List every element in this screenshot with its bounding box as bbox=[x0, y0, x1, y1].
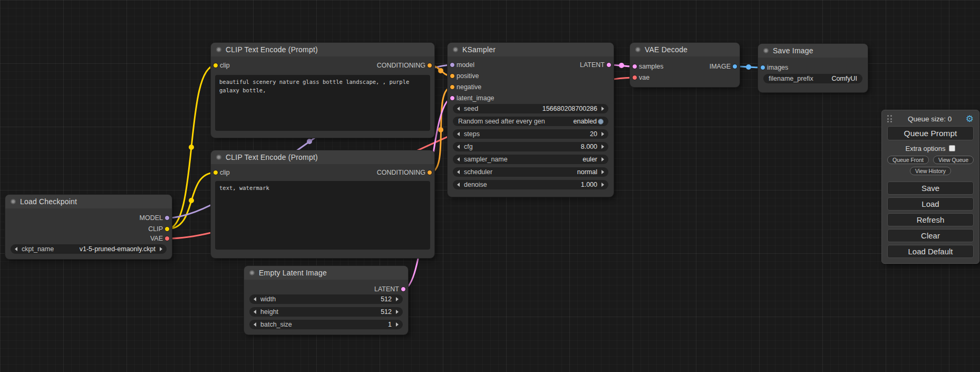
widget-label: Random seed after every gen bbox=[458, 118, 545, 125]
increment-arrow-icon[interactable] bbox=[396, 310, 399, 314]
node-title-bar[interactable]: CLIP Text Encode (Prompt) bbox=[211, 43, 434, 56]
clear-button[interactable]: Clear bbox=[887, 229, 974, 242]
load-default-button[interactable]: Load Default bbox=[887, 245, 974, 258]
link-dot-negative bbox=[438, 127, 443, 132]
random-seed-toggle-widget[interactable]: Random seed after every gen enabled bbox=[453, 117, 608, 126]
latent-output-port[interactable] bbox=[401, 287, 406, 292]
collapse-dot-icon[interactable] bbox=[11, 199, 16, 204]
settings-gear-icon[interactable]: ⚙ bbox=[966, 115, 974, 123]
image-output-port[interactable] bbox=[732, 64, 738, 69]
input-label: latent_image bbox=[457, 94, 494, 102]
collapse-dot-icon[interactable] bbox=[216, 155, 221, 160]
increment-arrow-icon[interactable] bbox=[601, 170, 604, 174]
increment-arrow-icon[interactable] bbox=[160, 247, 162, 251]
increment-arrow-icon[interactable] bbox=[601, 183, 604, 187]
extra-options-checkbox[interactable] bbox=[949, 145, 955, 151]
drag-handle-icon[interactable] bbox=[887, 115, 892, 122]
conditioning-output-port[interactable] bbox=[427, 170, 432, 175]
decrement-arrow-icon[interactable] bbox=[457, 107, 460, 111]
cfg-widget[interactable]: cfg 8.000 bbox=[453, 142, 608, 151]
increment-arrow-icon[interactable] bbox=[396, 297, 399, 301]
node-title-bar[interactable]: Save Image bbox=[758, 44, 868, 58]
conditioning-output-port[interactable] bbox=[427, 63, 432, 68]
node-clip-text-encode-negative[interactable]: CLIP Text Encode (Prompt) clip CONDITION… bbox=[211, 150, 434, 258]
input-label: model bbox=[457, 61, 474, 69]
decrement-arrow-icon[interactable] bbox=[457, 157, 460, 161]
queue-prompt-button[interactable]: Queue Prompt bbox=[887, 126, 974, 140]
node-title-bar[interactable]: Empty Latent Image bbox=[244, 266, 408, 280]
node-vae-decode[interactable]: VAE Decode samples IMAGE vae bbox=[630, 43, 740, 87]
height-widget[interactable]: height 512 bbox=[249, 307, 403, 317]
model-input-port[interactable] bbox=[450, 62, 455, 68]
node-title-bar[interactable]: Load Checkpoint bbox=[5, 195, 172, 208]
node-load-checkpoint[interactable]: Load Checkpoint MODEL CLIP VAE ckpt_name… bbox=[5, 195, 172, 259]
view-queue-button[interactable]: View Queue bbox=[933, 156, 974, 164]
decrement-arrow-icon[interactable] bbox=[254, 310, 256, 314]
negative-input-port[interactable] bbox=[450, 84, 455, 90]
prompt-textarea[interactable]: beautiful scenery nature glass bottle la… bbox=[215, 75, 430, 131]
positive-input-port[interactable] bbox=[450, 73, 455, 79]
collapse-dot-icon[interactable] bbox=[763, 48, 769, 53]
decrement-arrow-icon[interactable] bbox=[457, 145, 460, 149]
width-widget[interactable]: width 512 bbox=[249, 294, 403, 304]
decrement-arrow-icon[interactable] bbox=[254, 322, 256, 327]
prompt-textarea[interactable]: text, watermark bbox=[215, 181, 430, 250]
vae-input-port[interactable] bbox=[632, 75, 637, 80]
toggle-dot-icon[interactable] bbox=[598, 119, 604, 125]
images-input-port[interactable] bbox=[760, 65, 765, 70]
widget-label: batch_size bbox=[260, 321, 292, 328]
slot-row: samples IMAGE bbox=[630, 62, 740, 71]
sampler-name-widget[interactable]: sampler_name euler bbox=[453, 155, 608, 164]
graph-canvas[interactable]: { "colors": { "model": "#B39DDB", "clip"… bbox=[0, 0, 980, 372]
increment-arrow-icon[interactable] bbox=[396, 322, 399, 327]
latent-image-input-port[interactable] bbox=[450, 96, 455, 101]
node-title-bar[interactable]: CLIP Text Encode (Prompt) bbox=[211, 150, 434, 164]
widget-label: steps bbox=[464, 130, 480, 138]
node-title: Save Image bbox=[773, 46, 813, 55]
collapse-dot-icon[interactable] bbox=[216, 47, 221, 52]
clip-input-port[interactable] bbox=[213, 63, 218, 68]
node-title-bar[interactable]: VAE Decode bbox=[630, 43, 740, 56]
clip-output-port[interactable] bbox=[164, 226, 170, 232]
node-clip-text-encode-positive[interactable]: CLIP Text Encode (Prompt) clip CONDITION… bbox=[211, 43, 434, 138]
steps-widget[interactable]: steps 20 bbox=[453, 129, 608, 139]
node-ksampler[interactable]: KSampler model LATENT positive negative … bbox=[448, 43, 614, 197]
collapse-dot-icon[interactable] bbox=[453, 47, 458, 52]
decrement-arrow-icon[interactable] bbox=[457, 132, 460, 136]
batch-size-widget[interactable]: batch_size 1 bbox=[249, 320, 403, 329]
widget-value: euler bbox=[583, 156, 597, 163]
collapse-dot-icon[interactable] bbox=[635, 47, 641, 52]
latent-output-port[interactable] bbox=[606, 62, 612, 68]
save-button[interactable]: Save bbox=[887, 182, 974, 195]
node-save-image[interactable]: Save Image images filename_prefix ComfyU… bbox=[758, 44, 868, 92]
decrement-arrow-icon[interactable] bbox=[457, 183, 460, 187]
view-history-button[interactable]: View History bbox=[910, 167, 951, 175]
node-title-bar[interactable]: KSampler bbox=[448, 43, 614, 56]
widget-label: width bbox=[260, 295, 276, 303]
filename-prefix-widget[interactable]: filename_prefix ComfyUI bbox=[763, 74, 862, 83]
increment-arrow-icon[interactable] bbox=[601, 145, 604, 149]
queue-front-button[interactable]: Queue Front bbox=[887, 156, 929, 164]
increment-arrow-icon[interactable] bbox=[601, 107, 604, 111]
seed-widget[interactable]: seed 156680208700286 bbox=[453, 104, 608, 113]
node-empty-latent-image[interactable]: Empty Latent Image LATENT width 512 heig… bbox=[244, 266, 408, 335]
denoise-widget[interactable]: denoise 1.000 bbox=[453, 180, 608, 189]
decrement-arrow-icon[interactable] bbox=[15, 247, 17, 251]
load-button[interactable]: Load bbox=[887, 197, 974, 211]
decrement-arrow-icon[interactable] bbox=[254, 297, 256, 301]
widget-value: 156680208700286 bbox=[542, 105, 597, 112]
scheduler-widget[interactable]: scheduler normal bbox=[453, 167, 608, 177]
ckpt-name-widget[interactable]: ckpt_name v1-5-pruned-emaonly.ckpt bbox=[11, 244, 167, 254]
model-output-port[interactable] bbox=[164, 215, 170, 221]
samples-input-port[interactable] bbox=[632, 64, 637, 69]
collapse-dot-icon[interactable] bbox=[249, 270, 255, 275]
decrement-arrow-icon[interactable] bbox=[457, 170, 460, 174]
slot-row: images bbox=[758, 63, 868, 72]
output-label: LATENT bbox=[580, 61, 605, 69]
clip-input-port[interactable] bbox=[213, 170, 218, 175]
widget-label: denoise bbox=[464, 181, 487, 188]
vae-output-port[interactable] bbox=[164, 236, 170, 241]
increment-arrow-icon[interactable] bbox=[601, 157, 604, 161]
refresh-button[interactable]: Refresh bbox=[887, 213, 974, 226]
increment-arrow-icon[interactable] bbox=[601, 132, 604, 136]
